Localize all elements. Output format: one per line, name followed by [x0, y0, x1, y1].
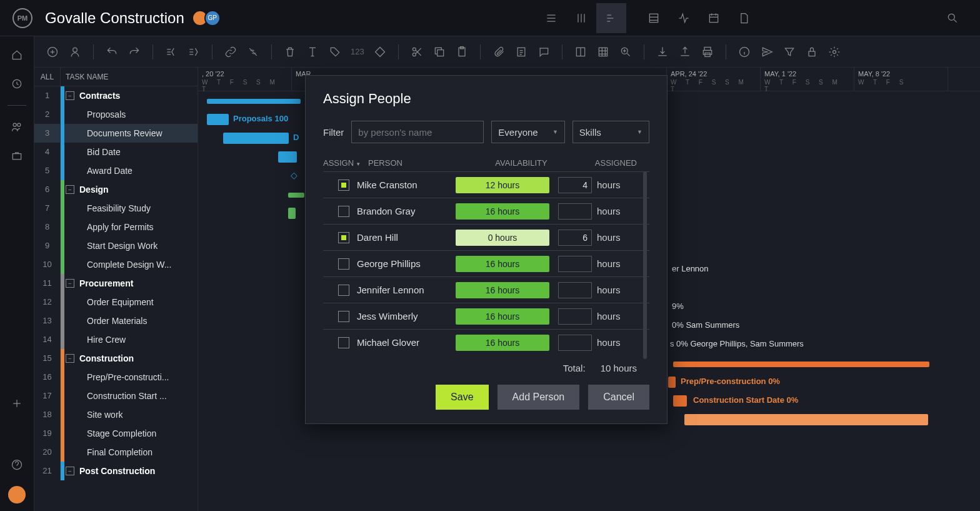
task-row[interactable]: 21 − Post Construction — [34, 462, 198, 480]
assigned-hours-input[interactable] — [558, 308, 592, 325]
task-row[interactable]: 19 Stage Completion — [34, 424, 198, 443]
view-activity-icon[interactable] — [669, 3, 699, 33]
lock-icon[interactable] — [805, 45, 819, 59]
link-icon[interactable] — [224, 45, 238, 59]
col-assigned[interactable]: ASSIGNED — [568, 158, 649, 168]
col-assign[interactable]: ASSIGN — [323, 158, 361, 168]
diamond-icon[interactable] — [373, 45, 387, 59]
task-row[interactable]: 3 Documents Review — [34, 124, 198, 143]
help-icon[interactable] — [9, 457, 24, 472]
note-icon[interactable] — [514, 45, 528, 59]
view-file-icon[interactable] — [729, 3, 759, 33]
assigned-hours-input[interactable] — [558, 177, 592, 193]
view-board-icon[interactable] — [566, 3, 596, 33]
task-row[interactable]: 13 Order Materials — [34, 311, 198, 330]
redo-icon[interactable] — [128, 45, 141, 59]
assign-checkbox[interactable] — [338, 285, 349, 296]
settings-icon[interactable] — [828, 45, 841, 59]
send-icon[interactable] — [760, 45, 774, 59]
task-row[interactable]: 8 Apply for Permits — [34, 218, 198, 236]
filter-icon[interactable] — [782, 45, 796, 59]
user-avatar[interactable] — [8, 486, 26, 503]
undo-icon[interactable] — [105, 45, 119, 59]
assigned-hours-input[interactable] — [558, 230, 592, 246]
view-sheet-icon[interactable] — [639, 3, 669, 33]
clock-icon[interactable] — [9, 76, 24, 91]
task-row[interactable]: 18 Site work — [34, 405, 198, 424]
scrollbar[interactable] — [643, 171, 647, 359]
col-header-name[interactable]: TASK NAME — [61, 68, 198, 86]
task-row[interactable]: 17 Construction Start ... — [34, 387, 198, 405]
team-icon[interactable] — [9, 119, 24, 134]
assign-icon[interactable] — [68, 45, 82, 59]
search-icon[interactable] — [938, 3, 968, 33]
collapse-icon[interactable]: − — [66, 354, 74, 363]
member-avatars[interactable]: GP — [196, 10, 221, 26]
app-logo[interactable]: PM — [12, 8, 32, 28]
col-availability[interactable]: AVAILABILITY — [474, 158, 568, 168]
collapse-icon[interactable]: − — [66, 185, 74, 194]
comment-icon[interactable] — [537, 45, 551, 59]
col-header-all[interactable]: ALL — [34, 68, 61, 86]
task-row[interactable]: 1 − Contracts — [34, 86, 198, 105]
copy-icon[interactable] — [432, 45, 446, 59]
cut-icon[interactable] — [410, 45, 424, 59]
text-icon[interactable] — [306, 45, 319, 59]
assigned-hours-input[interactable] — [558, 256, 592, 272]
collapse-icon[interactable]: − — [66, 467, 74, 475]
view-list-icon[interactable] — [536, 3, 566, 33]
outdent-icon[interactable] — [164, 45, 178, 59]
assigned-hours-input[interactable] — [558, 335, 592, 351]
filter-skills-select[interactable]: Skills — [572, 121, 649, 143]
columns-icon[interactable] — [574, 45, 588, 59]
add-person-button[interactable]: Add Person — [498, 385, 580, 410]
save-button[interactable]: Save — [436, 385, 488, 410]
tag-icon[interactable] — [328, 45, 342, 59]
assign-checkbox[interactable] — [338, 180, 349, 191]
unlink-icon[interactable] — [246, 45, 260, 59]
info-icon[interactable] — [738, 45, 751, 59]
cancel-button[interactable]: Cancel — [588, 385, 649, 410]
print-icon[interactable] — [701, 45, 714, 59]
task-row[interactable]: 7 Feasibility Study — [34, 199, 198, 218]
task-row[interactable]: 12 Order Equipment — [34, 293, 198, 311]
view-calendar-icon[interactable] — [699, 3, 729, 33]
task-row[interactable]: 15 − Construction — [34, 349, 198, 368]
add-icon[interactable] — [9, 396, 24, 411]
attach-icon[interactable] — [492, 45, 506, 59]
col-person[interactable]: PERSON — [368, 158, 474, 168]
task-row[interactable]: 20 Final Completion — [34, 443, 198, 462]
filter-name-input[interactable] — [351, 121, 484, 143]
view-gantt-icon[interactable] — [596, 3, 626, 33]
assigned-hours-input[interactable] — [558, 203, 592, 220]
avatar[interactable]: GP — [204, 10, 221, 26]
task-row[interactable]: 14 Hire Crew — [34, 330, 198, 349]
task-row[interactable]: 9 Start Design Work — [34, 236, 198, 255]
task-row[interactable]: 10 Complete Design W... — [34, 255, 198, 274]
collapse-icon[interactable]: − — [66, 91, 74, 100]
assigned-hours-input[interactable] — [558, 282, 592, 298]
assign-checkbox[interactable] — [338, 311, 349, 322]
task-row[interactable]: 6 − Design — [34, 180, 198, 199]
grid-icon[interactable] — [596, 45, 610, 59]
indent-icon[interactable] — [187, 45, 201, 59]
home-icon[interactable] — [9, 48, 24, 63]
export-icon[interactable] — [678, 45, 692, 59]
filter-everyone-select[interactable]: Everyone — [491, 121, 564, 143]
assign-checkbox[interactable] — [338, 258, 349, 270]
task-row[interactable]: 4 Bid Date — [34, 143, 198, 161]
task-row[interactable]: 2 Proposals — [34, 105, 198, 124]
collapse-icon[interactable]: − — [66, 279, 74, 288]
assign-checkbox[interactable] — [338, 337, 349, 348]
trash-icon[interactable] — [283, 45, 297, 59]
task-row[interactable]: 16 Prep/Pre-constructi... — [34, 368, 198, 387]
task-row[interactable]: 11 − Procurement — [34, 274, 198, 293]
assign-checkbox[interactable] — [338, 206, 349, 217]
import-icon[interactable] — [656, 45, 669, 59]
briefcase-icon[interactable] — [9, 148, 24, 163]
task-row[interactable]: 5 Award Date — [34, 161, 198, 180]
zoom-icon[interactable] — [619, 45, 632, 59]
paste-icon[interactable] — [455, 45, 469, 59]
assign-checkbox[interactable] — [338, 232, 349, 243]
add-circle-icon[interactable] — [46, 45, 59, 59]
